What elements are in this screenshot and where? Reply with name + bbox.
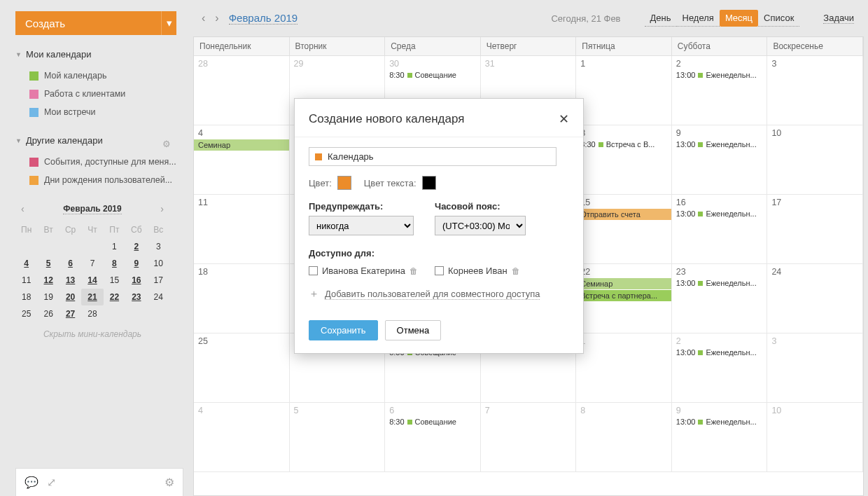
notify-select[interactable]: никогда bbox=[309, 216, 414, 235]
caret-down-icon: ▾ bbox=[161, 11, 176, 35]
prev-icon[interactable]: ‹ bbox=[202, 12, 205, 25]
event[interactable]: 13:00Еженедельн... bbox=[676, 347, 763, 357]
gear-icon[interactable]: ⚙ bbox=[164, 476, 174, 489]
bottom-panel: 💬 ⤢ ⚙ bbox=[15, 468, 183, 496]
day-cell[interactable]: 16 13:00Еженедельн... bbox=[672, 195, 768, 263]
calendar-item[interactable]: Мои встречи bbox=[15, 103, 183, 121]
create-button[interactable]: Создать ▾ bbox=[15, 11, 176, 35]
shared-user: Иванова Екатерина 🗑 bbox=[309, 266, 418, 276]
delete-user-icon[interactable]: 🗑 bbox=[410, 266, 418, 276]
day-cell[interactable]: 1 bbox=[576, 56, 672, 125]
day-cell[interactable]: 11 bbox=[194, 195, 290, 263]
user-icon bbox=[309, 266, 318, 275]
day-cell[interactable]: 28 bbox=[194, 56, 290, 125]
day-cell[interactable]: 23 13:00Еженедельн... bbox=[672, 264, 768, 333]
day-cell[interactable]: 24 bbox=[767, 264, 863, 333]
other-calendars-header[interactable]: ▼Другие календари bbox=[15, 135, 103, 146]
event[interactable]: 8:30Встреча с В... bbox=[580, 139, 667, 149]
tasks-link[interactable]: Задачи bbox=[823, 13, 854, 24]
view-day[interactable]: День bbox=[645, 10, 677, 27]
save-button[interactable]: Сохранить bbox=[309, 320, 378, 340]
checkbox-icon bbox=[29, 71, 38, 81]
cancel-button[interactable]: Отмена bbox=[385, 320, 442, 340]
mini-calendar: ‹ Февраль 2019 › ПнВтСрЧтПтСбВс 123 4567… bbox=[15, 200, 169, 339]
event-bar[interactable]: Семинар bbox=[576, 278, 671, 289]
checkbox-icon bbox=[29, 158, 38, 167]
day-cell[interactable]: 22 Семинар Встреча с партнера... bbox=[576, 264, 672, 333]
day-cell[interactable]: 17 bbox=[767, 195, 863, 263]
event-bar[interactable]: Семинар bbox=[194, 139, 289, 151]
day-cell[interactable]: 1 bbox=[576, 333, 672, 402]
checkbox-icon bbox=[29, 176, 38, 185]
user-icon bbox=[435, 266, 444, 275]
day-cell[interactable]: 9 13:00Еженедельн... bbox=[672, 125, 768, 194]
view-month[interactable]: Месяц bbox=[720, 10, 758, 27]
event[interactable]: 13:00Еженедельн... bbox=[676, 139, 763, 149]
calendar-item[interactable]: Дни рождения пользователей... bbox=[15, 171, 183, 189]
checkbox-icon bbox=[29, 90, 38, 99]
color-picker[interactable] bbox=[337, 176, 351, 190]
gear-icon[interactable]: ⚙ bbox=[162, 139, 171, 149]
day-cell[interactable]: 4 bbox=[194, 403, 290, 471]
text-color-picker[interactable] bbox=[422, 176, 436, 190]
chat-icon[interactable]: 💬 bbox=[24, 476, 38, 489]
day-cell[interactable]: 10 bbox=[767, 403, 863, 471]
view-week[interactable]: Неделя bbox=[677, 10, 720, 27]
day-cell[interactable]: 15 Отправить счета bbox=[576, 195, 672, 263]
create-label: Создать bbox=[25, 18, 65, 29]
close-icon[interactable]: ✕ bbox=[559, 111, 569, 127]
calendar-item[interactable]: Работа с клиентами bbox=[15, 85, 183, 103]
event[interactable]: 13:00Еженедельн... bbox=[676, 70, 763, 80]
calendar-item[interactable]: Мой календарь bbox=[15, 67, 183, 85]
day-cell[interactable]: 9 13:00Еженедельн... bbox=[672, 403, 768, 471]
view-list[interactable]: Список bbox=[758, 10, 799, 27]
delete-user-icon[interactable]: 🗑 bbox=[512, 266, 520, 276]
event[interactable]: 8:30Совещание bbox=[389, 417, 476, 427]
next-month-icon[interactable]: › bbox=[160, 203, 164, 214]
day-cell[interactable]: 3 bbox=[767, 333, 863, 402]
my-calendars-header[interactable]: ▼Мои календари bbox=[15, 49, 183, 60]
day-cell[interactable]: 25 bbox=[194, 333, 290, 402]
next-icon[interactable]: › bbox=[215, 12, 218, 25]
plus-icon: ＋ bbox=[309, 287, 319, 301]
day-cell[interactable]: 10 bbox=[767, 125, 863, 194]
timezone-select[interactable]: (UTC+03:00) Moscow bbox=[435, 216, 526, 235]
mini-month-title[interactable]: Февраль 2019 bbox=[63, 204, 121, 214]
event[interactable]: 13:00Еженедельн... bbox=[676, 278, 763, 288]
day-cell[interactable]: 4 Семинар bbox=[194, 125, 290, 194]
hide-mini-link[interactable]: Скрыть мини-календарь bbox=[15, 329, 169, 339]
shared-user: Корнеев Иван 🗑 bbox=[435, 266, 520, 276]
day-cell[interactable]: 2 13:00Еженедельн... bbox=[672, 333, 768, 402]
new-calendar-modal: Создание нового календаря ✕ Календарь Цв… bbox=[294, 98, 584, 354]
event[interactable]: 8:30Совещание bbox=[389, 70, 476, 80]
today-label: Сегодня, 21 Фев bbox=[551, 13, 620, 24]
calendar-item[interactable]: События, доступные для меня... bbox=[15, 153, 183, 171]
day-cell[interactable]: 5 bbox=[290, 403, 386, 471]
current-month[interactable]: Февраль 2019 bbox=[229, 12, 298, 25]
day-cell[interactable]: 6 8:30Совещание bbox=[385, 403, 481, 471]
expand-icon[interactable]: ⤢ bbox=[47, 476, 56, 489]
calendar-name-input[interactable]: Календарь bbox=[309, 147, 556, 166]
add-users-link[interactable]: ＋ Добавить пользователей для совместного… bbox=[309, 287, 569, 301]
day-cell[interactable]: 3 bbox=[767, 56, 863, 125]
checkbox-icon bbox=[29, 108, 38, 117]
day-cell[interactable]: 18 bbox=[194, 264, 290, 333]
day-cell[interactable]: 7 bbox=[481, 403, 577, 471]
event-bar[interactable]: Встреча с партнера... bbox=[576, 290, 671, 301]
prev-month-icon[interactable]: ‹ bbox=[21, 203, 24, 214]
day-cell[interactable]: 8 bbox=[576, 403, 672, 471]
day-cell[interactable]: 8 8:30Встреча с В... bbox=[576, 125, 672, 194]
day-cell[interactable]: 2 13:00Еженедельн... bbox=[672, 56, 768, 125]
color-swatch-icon bbox=[315, 153, 322, 160]
event-bar[interactable]: Отправить счета bbox=[576, 209, 671, 220]
event[interactable]: 13:00Еженедельн... bbox=[676, 417, 763, 427]
modal-title: Создание нового календаря bbox=[309, 112, 464, 126]
event[interactable]: 13:00Еженедельн... bbox=[676, 209, 763, 219]
